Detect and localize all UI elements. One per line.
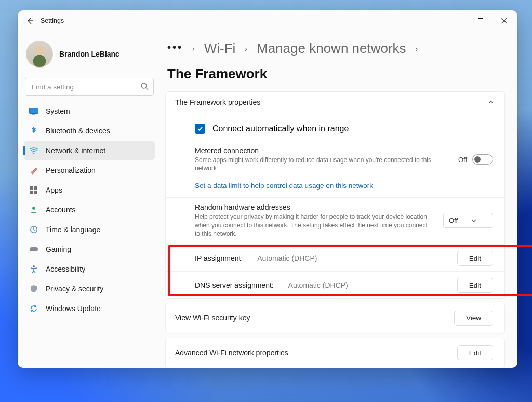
dns-label: DNS server assignment: [195, 281, 274, 289]
sidebar-item-windows-update[interactable]: Windows Update [24, 299, 155, 318]
sidebar-item-label: Personalization [46, 166, 96, 175]
sidebar-item-bluetooth[interactable]: Bluetooth & devices [24, 122, 155, 140]
chevron-right-icon: › [416, 45, 418, 53]
checkbox-checked-icon[interactable] [195, 124, 205, 134]
svg-rect-1 [30, 108, 38, 114]
wifi-icon [29, 146, 38, 155]
gamepad-icon [29, 245, 38, 254]
svg-rect-10 [30, 247, 38, 251]
auto-connect-label: Connect automatically when in range [212, 124, 349, 133]
shield-icon [29, 284, 38, 293]
maximize-button[interactable] [469, 11, 493, 31]
svg-rect-5 [34, 186, 37, 190]
sidebar-item-accounts[interactable]: Accounts [24, 200, 155, 219]
data-limit-link[interactable]: Set a data limit to help control data us… [166, 179, 504, 197]
sidebar-item-label: Accessibility [46, 265, 85, 273]
profile[interactable]: Brandon LeBlanc [23, 41, 156, 68]
chevron-right-icon: › [245, 45, 247, 53]
select-value: Off [449, 217, 458, 224]
metered-toggle[interactable]: Off [458, 154, 493, 165]
panel-title: The Framework properties [175, 98, 260, 106]
sidebar-item-time-language[interactable]: Time & language [24, 220, 155, 239]
close-button[interactable] [493, 11, 516, 31]
security-key-label: View Wi-Fi security key [175, 314, 250, 322]
ip-value: Automatic (DHCP) [257, 254, 317, 262]
minimize-button[interactable] [445, 11, 469, 31]
breadcrumb-manage-known[interactable]: Manage known networks [257, 41, 406, 57]
advanced-label: Advanced Wi-Fi network properties [175, 349, 288, 357]
globe-clock-icon [29, 225, 38, 234]
sidebar-item-label: Apps [46, 186, 62, 194]
svg-point-11 [33, 265, 35, 267]
bluetooth-icon [29, 126, 38, 136]
view-security-key-card: View Wi-Fi security key View [165, 303, 505, 333]
apps-icon [29, 185, 38, 195]
chevron-right-icon: › [192, 45, 195, 53]
sidebar-item-gaming[interactable]: Gaming [24, 240, 155, 259]
view-security-key-button[interactable]: View [454, 311, 493, 326]
sidebar-item-system[interactable]: System [24, 102, 155, 120]
sync-icon [29, 304, 38, 313]
back-button[interactable] [20, 10, 41, 31]
random-hw-select[interactable]: Off [443, 213, 493, 228]
sidebar-item-label: Privacy & security [46, 285, 103, 293]
sidebar-item-label: Gaming [46, 245, 71, 253]
window-title: Settings [41, 17, 64, 24]
random-hw-desc: Help protect your privacy by making it h… [195, 212, 433, 238]
accessibility-icon [29, 264, 38, 274]
sidebar: Brandon LeBlanc System Bluetooth & devic… [18, 31, 161, 368]
svg-rect-2 [32, 114, 35, 115]
toggle-state: Off [458, 156, 467, 164]
sidebar-item-personalization[interactable]: Personalization [24, 161, 155, 180]
metered-desc: Some apps might work differently to redu… [195, 156, 448, 172]
random-hw-title: Random hardware addresses [195, 203, 433, 211]
breadcrumb-more[interactable]: ••• [167, 42, 183, 56]
sidebar-item-label: Accounts [46, 206, 76, 214]
breadcrumb: ••• › Wi-Fi › Manage known networks › Th… [163, 41, 505, 82]
titlebar: Settings [18, 10, 517, 31]
sidebar-item-network[interactable]: Network & internet [24, 141, 155, 160]
advanced-edit-button[interactable]: Edit [457, 345, 493, 360]
advanced-properties-card: Advanced Wi-Fi network properties Edit [165, 338, 505, 368]
sidebar-item-label: Network & internet [46, 146, 105, 155]
sidebar-item-accessibility[interactable]: Accessibility [24, 260, 155, 278]
panel-header[interactable]: The Framework properties [166, 92, 504, 114]
main-content: ••• › Wi-Fi › Manage known networks › Th… [161, 31, 517, 368]
dns-value: Automatic (DHCP) [288, 281, 348, 289]
dns-edit-button[interactable]: Edit [457, 278, 493, 293]
metered-row: Metered connection Some apps might work … [166, 141, 504, 179]
nav-list: System Bluetooth & devices Network & int… [23, 102, 156, 318]
brush-icon [29, 166, 38, 175]
sidebar-item-label: System [46, 107, 70, 115]
sidebar-item-label: Windows Update [46, 304, 101, 313]
ip-row: IP assignment: Automatic (DHCP) Edit [166, 244, 504, 271]
sidebar-item-label: Bluetooth & devices [46, 127, 110, 135]
svg-rect-4 [30, 186, 33, 190]
profile-name: Brandon LeBlanc [59, 50, 119, 58]
svg-point-3 [33, 153, 34, 154]
metered-title: Metered connection [195, 146, 448, 155]
sidebar-item-privacy[interactable]: Privacy & security [24, 279, 155, 298]
sidebar-item-label: Time & language [46, 225, 100, 234]
avatar [26, 41, 53, 68]
display-icon [29, 106, 38, 116]
chevron-up-icon [487, 98, 495, 106]
dns-row: DNS server assignment: Automatic (DHCP) … [166, 271, 504, 298]
random-hw-row: Random hardware addresses Help protect y… [166, 197, 504, 244]
svg-rect-6 [30, 191, 33, 194]
sidebar-item-apps[interactable]: Apps [24, 181, 155, 199]
arrow-left-icon [26, 17, 34, 25]
chevron-down-icon [471, 218, 476, 223]
properties-panel: The Framework properties Connect automat… [165, 91, 505, 299]
search-input[interactable] [25, 78, 154, 96]
person-icon [29, 205, 38, 215]
auto-connect-row[interactable]: Connect automatically when in range [166, 114, 504, 141]
breadcrumb-wifi[interactable]: Wi-Fi [204, 41, 236, 57]
svg-point-8 [32, 207, 35, 210]
svg-rect-7 [34, 191, 37, 194]
breadcrumb-current: The Framework [167, 66, 267, 82]
ip-label: IP assignment: [195, 254, 243, 262]
ip-edit-button[interactable]: Edit [457, 251, 493, 266]
toggle-switch-icon [472, 154, 493, 165]
